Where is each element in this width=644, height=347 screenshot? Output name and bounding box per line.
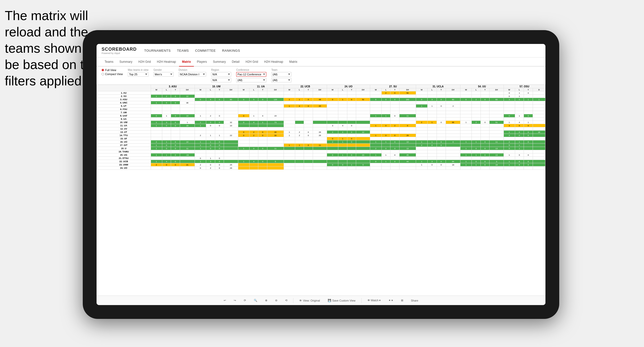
matrix-cell [533, 166, 545, 170]
toolbar-zoom-minus[interactable]: ⊖ [273, 298, 279, 303]
subnav-teams[interactable]: Teams [102, 57, 116, 66]
region-select[interactable]: N/A East West [211, 72, 231, 77]
toolbar-refresh[interactable]: ⟳ [242, 298, 248, 303]
matrix-cell: 0 [327, 137, 338, 140]
matrix-cell [249, 95, 258, 98]
matrix-cell: 0 [480, 147, 490, 150]
matrix-content[interactable]: 3. ASU 10. UW 11. UA 22. UCB 24. UO 27. … [97, 85, 545, 296]
toolbar-star[interactable]: ✦ ▾ [386, 298, 395, 303]
matrix-cell [504, 104, 515, 108]
matrix-cell: 10 [224, 124, 238, 127]
matrix-cell [249, 101, 258, 104]
matrix-cell [472, 150, 481, 153]
matrix-cell [370, 127, 381, 131]
matrix-cell [295, 137, 304, 140]
matrix-cell: 0 [515, 124, 524, 127]
toolbar-reset[interactable]: ⟲ [283, 298, 289, 303]
matrix-cell: 3 [490, 160, 504, 163]
matrix-cell [437, 137, 446, 140]
matrix-cell: -34 [180, 153, 195, 157]
sh-asu-w: W [151, 88, 162, 91]
nav-teams[interactable]: TEAMS [177, 47, 189, 54]
matrix-cell [249, 144, 258, 147]
matrix-cell [480, 108, 490, 111]
gender-select[interactable]: Men's Women's [153, 72, 174, 77]
matrix-cell [515, 101, 524, 104]
matrix-cell [249, 153, 258, 157]
subnav-h2h-heatmap2[interactable]: H2H Heatmap [261, 57, 286, 66]
matrix-cell [446, 118, 460, 121]
matrix-cell [381, 95, 390, 98]
col-header-uw: 10. UW [195, 85, 238, 88]
matrix-cell [258, 118, 267, 121]
division-select[interactable]: NCAA Division I NCAA Division II [179, 72, 206, 77]
matrix-cell: 0 [171, 144, 180, 147]
subnav-summary1[interactable]: Summary [116, 57, 135, 66]
matrix-cell [327, 157, 338, 160]
compact-view-radio[interactable]: Compact View [102, 73, 123, 76]
matrix-cell: 1 [338, 153, 347, 157]
nav-tournaments[interactable]: TOURNAMENTS [144, 47, 171, 54]
subnav-h2h-heatmap1[interactable]: H2H Heatmap [154, 57, 179, 66]
matrix-cell [533, 108, 545, 111]
matrix-cell: 1 [284, 134, 295, 137]
sub-navigation: Teams Summary H2H Grid H2H Heatmap Matri… [97, 57, 545, 67]
toolbar-watch[interactable]: 👁 Watch ▾ [365, 298, 383, 303]
team-select2[interactable]: (All) [271, 78, 291, 82]
matrix-cell [284, 124, 295, 127]
nav-committee[interactable]: COMMITTEE [195, 47, 216, 54]
max-teams-select[interactable]: Top 25 Top 50 All [128, 72, 148, 77]
matrix-cell [238, 157, 249, 160]
team-name-cell: 16. UO [97, 140, 151, 144]
subnav-summary2[interactable]: Summary [210, 57, 229, 66]
team-select[interactable]: (All) [271, 72, 291, 77]
toolbar-zoom-out[interactable]: 🔍 [252, 298, 259, 303]
toolbar-undo[interactable]: ↩ [222, 298, 228, 303]
matrix-cell: 0 [304, 134, 313, 137]
subnav-h2h-grid2[interactable]: H2H Grid [243, 57, 261, 66]
matrix-cell [356, 134, 370, 137]
team-label: Team [271, 69, 291, 71]
subnav-matrix1[interactable]: Matrix [179, 57, 194, 67]
matrix-cell: 0 [381, 98, 390, 101]
matrix-cell [267, 111, 284, 114]
matrix-cell: 0 [347, 140, 356, 144]
region-select2[interactable]: N/A [211, 78, 231, 82]
matrix-cell [460, 114, 472, 118]
subnav-matrix2[interactable]: Matrix [286, 57, 300, 66]
conference-select2[interactable]: (All) [236, 78, 266, 82]
matrix-cell: 0 [515, 134, 524, 137]
matrix-cell: 1 [416, 163, 427, 166]
toolbar-redo[interactable]: ↪ [232, 298, 238, 303]
view-original-label: View: Original [303, 299, 320, 302]
matrix-cell [399, 95, 416, 98]
matrix-cell [313, 166, 327, 170]
matrix-cell: 2 [390, 124, 399, 127]
toolbar-save-custom[interactable]: 💾 Save Custom View [326, 298, 358, 303]
subnav-h2h-grid1[interactable]: H2H Grid [135, 57, 154, 66]
matrix-cell [327, 127, 338, 131]
matrix-cell: 0 [515, 98, 524, 101]
matrix-cell [258, 140, 267, 144]
subnav-players[interactable]: Players [194, 57, 210, 66]
matrix-cell: 32 [224, 121, 238, 124]
toolbar-view-original[interactable]: 👁 View: Original [297, 298, 322, 303]
matrix-cell [472, 95, 481, 98]
matrix-cell [304, 157, 313, 160]
matrix-cell [151, 134, 162, 137]
matrix-cell [258, 91, 267, 95]
full-view-radio[interactable]: Full View [102, 69, 123, 72]
matrix-cell: 0 [206, 124, 215, 127]
toolbar-zoom-in[interactable]: ⊕ [263, 298, 269, 303]
toolbar-share[interactable]: Share [409, 298, 420, 303]
conference-select[interactable]: Pac-12 Conference (All) [236, 72, 266, 77]
nav-rankings[interactable]: RANKINGS [222, 47, 240, 54]
matrix-cell: 0 [428, 163, 437, 166]
matrix-cell [238, 104, 249, 108]
team-filter: Team (All) (All) [271, 69, 291, 82]
matrix-cell: 1 [284, 144, 295, 147]
matrix-cell: 1 [472, 153, 481, 157]
matrix-cell [515, 166, 524, 170]
toolbar-grid[interactable]: ⊞ [399, 298, 405, 303]
subnav-detail[interactable]: Detail [229, 57, 243, 66]
